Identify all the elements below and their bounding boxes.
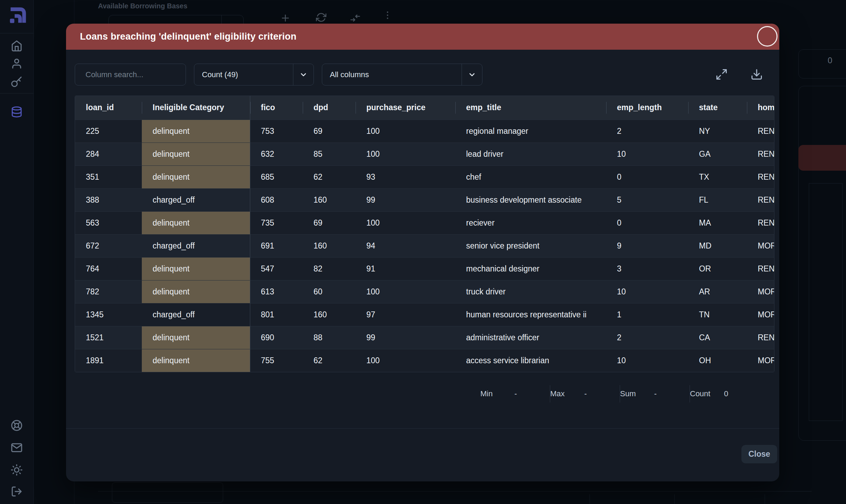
column-header[interactable]: emp_title — [455, 96, 606, 120]
stat-label: Count — [690, 389, 724, 398]
user-icon[interactable] — [11, 58, 23, 70]
table-cell: 1891 — [75, 349, 142, 372]
table-header-row: loan_idIneligible Categoryficodpdpurchas… — [75, 96, 774, 120]
table-row[interactable]: 1891delinquent75562100access service lib… — [75, 349, 774, 372]
table-cell: 613 — [250, 280, 303, 303]
column-header[interactable]: dpd — [303, 96, 356, 120]
table-cell: MA — [688, 211, 747, 234]
home-icon[interactable] — [11, 40, 23, 52]
table-cell: 93 — [356, 165, 455, 188]
table-cell: 99 — [356, 188, 455, 211]
table-cell: 1345 — [75, 303, 142, 326]
expand-icon[interactable] — [715, 68, 728, 81]
loans-modal: Loans breaching 'delinquent' eligibility… — [66, 24, 779, 481]
table-cell: 608 — [250, 188, 303, 211]
table-row[interactable]: 225delinquent75369100regional manager2NY… — [75, 120, 774, 143]
table-cell: 632 — [250, 143, 303, 165]
table-cell: 690 — [250, 326, 303, 349]
table-cell: administrative officer — [455, 326, 606, 349]
table-cell: 100 — [356, 143, 455, 165]
modal-footer-divider — [66, 428, 779, 429]
table-cell: 0 — [606, 165, 688, 188]
table-cell: access service librarian — [455, 349, 606, 372]
table-cell: MORTGAGE — [747, 234, 774, 257]
loans-table: loan_idIneligible Categoryficodpdpurchas… — [75, 96, 774, 372]
table-row[interactable]: 284delinquent63285100lead driver10GARENT — [75, 143, 774, 165]
table-cell: FL — [688, 188, 747, 211]
stat-value: - — [514, 389, 517, 398]
log-out-icon[interactable] — [11, 486, 23, 497]
column-header[interactable]: home_ownership — [747, 96, 774, 120]
stat-label: Sum — [620, 389, 654, 398]
stat-value: 0 — [724, 389, 728, 398]
stat-label: Min — [480, 389, 514, 398]
table-cell: RENT — [747, 326, 774, 349]
table-cell: chef — [455, 165, 606, 188]
table-row[interactable]: 563delinquent73569100reciever0MARENT — [75, 211, 774, 234]
table-cell: 753 — [250, 120, 303, 143]
sidebar-divider — [0, 33, 34, 33]
table-cell: delinquent — [142, 349, 250, 372]
mail-icon[interactable] — [11, 442, 23, 454]
table-cell: RENT — [747, 120, 774, 143]
table-cell: 782 — [75, 280, 142, 303]
sun-icon[interactable] — [11, 464, 23, 476]
aggregation-select[interactable]: Count (49) — [194, 64, 314, 86]
download-icon[interactable] — [750, 68, 763, 81]
sidebar — [0, 0, 34, 504]
close-button[interactable]: Close — [741, 445, 777, 463]
table-cell: 5 — [606, 188, 688, 211]
table-cell: 97 — [356, 303, 455, 326]
table-cell: AR — [688, 280, 747, 303]
table-row[interactable]: 351delinquent6856293chef0TXRENT — [75, 165, 774, 188]
table-cell: 2 — [606, 326, 688, 349]
table-cell: 69 — [303, 211, 356, 234]
table-cell: 563 — [75, 211, 142, 234]
table-cell: 60 — [303, 280, 356, 303]
table-cell: GA — [688, 143, 747, 165]
table-cell: 388 — [75, 188, 142, 211]
table-row[interactable]: 782delinquent61360100truck driver10ARMOR… — [75, 280, 774, 303]
table-cell: 62 — [303, 165, 356, 188]
table-cell: 685 — [250, 165, 303, 188]
table-cell: 160 — [303, 303, 356, 326]
stats-row: Min - Max - Sum - Count 0 — [480, 385, 751, 403]
column-search-input[interactable] — [75, 64, 186, 86]
column-header[interactable]: emp_length — [606, 96, 688, 120]
table-cell: mechanical designer — [455, 257, 606, 280]
table-row[interactable]: 764delinquent5478291mechanical designer3… — [75, 257, 774, 280]
column-header[interactable]: state — [688, 96, 747, 120]
key-icon[interactable] — [11, 76, 23, 88]
column-header[interactable]: purchase_price — [356, 96, 455, 120]
modal-header: Loans breaching 'delinquent' eligibility… — [66, 24, 779, 50]
table-cell: delinquent — [142, 280, 250, 303]
table-cell: 9 — [606, 234, 688, 257]
table-row[interactable]: 388charged_off60816099business developme… — [75, 188, 774, 211]
table-cell: reciever — [455, 211, 606, 234]
table-row[interactable]: 672charged_off69116094senior vice presid… — [75, 234, 774, 257]
table-cell: charged_off — [142, 234, 250, 257]
app-logo — [6, 5, 27, 27]
column-header[interactable]: fico — [250, 96, 303, 120]
table-row[interactable]: 1521delinquent6908899administrative offi… — [75, 326, 774, 349]
table-cell: OH — [688, 349, 747, 372]
database-icon[interactable] — [11, 106, 23, 118]
table-cell: 1521 — [75, 326, 142, 349]
table-cell: RENT — [747, 165, 774, 188]
stat-value: - — [584, 389, 587, 398]
sidebar-divider — [0, 93, 34, 94]
close-icon[interactable] — [757, 26, 778, 47]
columns-select[interactable]: All columns — [322, 64, 482, 86]
table-row[interactable]: 1345charged_off80116097human resources r… — [75, 303, 774, 326]
table-cell: 0 — [606, 211, 688, 234]
table-cell: 755 — [250, 349, 303, 372]
column-header[interactable]: Ineligible Category — [142, 96, 250, 120]
column-header[interactable]: loan_id — [75, 96, 142, 120]
table-cell: delinquent — [142, 211, 250, 234]
table-cell: CA — [688, 326, 747, 349]
stat-min: Min - — [480, 389, 550, 398]
table-cell: 284 — [75, 143, 142, 165]
chevron-down-icon — [462, 71, 482, 79]
life-buoy-icon[interactable] — [11, 420, 23, 431]
table-cell: delinquent — [142, 120, 250, 143]
